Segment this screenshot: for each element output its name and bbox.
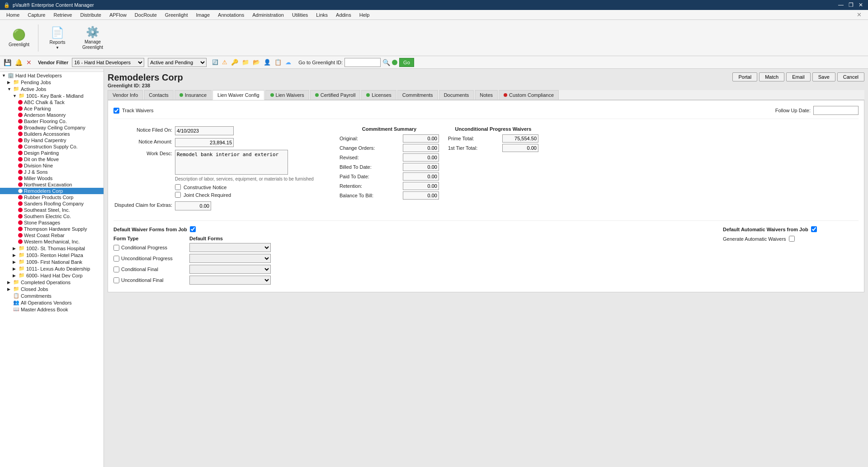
save-icon-btn[interactable]: 💾 bbox=[4, 59, 11, 66]
tab-contacts[interactable]: Contacts bbox=[144, 90, 173, 100]
tree-builders-accessories[interactable]: Builders Accessories bbox=[0, 131, 104, 137]
menu-utilities[interactable]: Utilities bbox=[288, 11, 311, 19]
tree-anderson-masonry[interactable]: Anderson Masonry bbox=[0, 112, 104, 118]
tree-job-6000[interactable]: ▶ 📁 6000- Hard Hat Dev Corp bbox=[0, 272, 104, 279]
menu-annotations[interactable]: Annotations bbox=[214, 11, 248, 19]
uncond-final-checkbox[interactable] bbox=[113, 277, 119, 283]
tab-notes[interactable]: Notes bbox=[475, 90, 498, 100]
tree-jj-sons[interactable]: J J & Sons bbox=[0, 169, 104, 175]
tree-northwest-excavation[interactable]: Northwest Excavation bbox=[0, 181, 104, 188]
notice-amount-input[interactable] bbox=[175, 138, 234, 147]
notice-filed-on-input[interactable] bbox=[175, 126, 234, 135]
tab-vendor-info[interactable]: Vendor Info bbox=[108, 90, 143, 100]
go-button[interactable]: Go bbox=[399, 58, 414, 67]
tree-ace-parking[interactable]: Ace Parking bbox=[0, 105, 104, 112]
tree-closed-jobs[interactable]: ▶ 📁 Closed Jobs bbox=[0, 286, 104, 292]
tree-southeast-steel[interactable]: Southeast Steel, Inc. bbox=[0, 207, 104, 213]
tree-all-ops-vendors[interactable]: 👥 All Operations Vendors bbox=[0, 299, 104, 306]
tree-western-mechanical[interactable]: Western Mechanical, Inc. bbox=[0, 238, 104, 245]
tree-thompson-hardware[interactable]: Thompson Hardware Supply bbox=[0, 226, 104, 232]
tree-dit-on-move[interactable]: Dit on the Move bbox=[0, 156, 104, 162]
tree-division-nine[interactable]: Division Nine bbox=[0, 162, 104, 169]
joint-check-checkbox[interactable] bbox=[175, 192, 181, 198]
tree-rubber-products[interactable]: Rubber Products Corp bbox=[0, 194, 104, 200]
constructive-notice-checkbox[interactable] bbox=[175, 184, 181, 190]
tree-commitments[interactable]: 📋 Commitments bbox=[0, 292, 104, 299]
tab-documents[interactable]: Documents bbox=[439, 90, 474, 100]
close-btn[interactable]: ✕ bbox=[857, 2, 864, 8]
menu-addins[interactable]: Addins bbox=[332, 11, 355, 19]
commitment-original-input[interactable] bbox=[403, 134, 439, 143]
greenlight-button[interactable]: 🟢 Greenlight bbox=[4, 23, 34, 53]
tree-master-address[interactable]: 📖 Master Address Book bbox=[0, 306, 104, 313]
uncond-progress-checkbox[interactable] bbox=[113, 256, 119, 262]
cond-progress-checkbox[interactable] bbox=[113, 245, 119, 251]
tree-pending-jobs[interactable]: ▶ 📁 Pending Jobs bbox=[0, 79, 104, 86]
tab-custom-compliance[interactable]: Custom Compliance bbox=[499, 90, 559, 100]
tree-abc-chalk[interactable]: ABC Chalk & Tack bbox=[0, 99, 104, 105]
commitment-billed-input[interactable] bbox=[403, 163, 439, 171]
tree-job-1009[interactable]: ▶ 📁 1009- First National Bank bbox=[0, 258, 104, 265]
menu-capture[interactable]: Capture bbox=[24, 11, 49, 19]
tab-certified-payroll[interactable]: Certified Payroll bbox=[310, 90, 361, 100]
tab-commitments[interactable]: Commitments bbox=[397, 90, 438, 100]
reports-button[interactable]: 📄 Reports ▼ bbox=[42, 23, 73, 53]
menu-greenlight[interactable]: Greenlight bbox=[161, 11, 192, 19]
waiver-forms-checkbox[interactable] bbox=[190, 226, 196, 232]
tree-job-1001[interactable]: ▼ 📁 1001- Key Bank - Midland bbox=[0, 92, 104, 99]
tab-insurance[interactable]: Insurance bbox=[175, 90, 212, 100]
menu-apflow[interactable]: APFlow bbox=[106, 11, 130, 19]
tree-job-1002[interactable]: ▶ 📁 1002- St. Thomas Hospital bbox=[0, 245, 104, 252]
cancel-button[interactable]: Cancel bbox=[837, 72, 864, 81]
tree-by-hand[interactable]: By Hand Carpentry bbox=[0, 137, 104, 143]
close-icon-btn[interactable]: ✕ bbox=[26, 59, 32, 66]
cond-final-select[interactable] bbox=[189, 265, 271, 274]
tree-construction-supply[interactable]: Construction Supply Co. bbox=[0, 143, 104, 150]
tab-lien-waivers[interactable]: Lien Waivers bbox=[265, 90, 309, 100]
match-button[interactable]: Match bbox=[759, 72, 784, 81]
tree-west-coast-rebar[interactable]: West Coast Rebar bbox=[0, 232, 104, 238]
commitment-balance-input[interactable] bbox=[403, 191, 439, 200]
commitment-retention-input[interactable] bbox=[403, 182, 439, 190]
alert-icon-btn[interactable]: 🔔 bbox=[15, 59, 23, 66]
follow-up-date-input[interactable] bbox=[813, 106, 859, 115]
menu-administration[interactable]: Administration bbox=[249, 11, 288, 19]
portal-button[interactable]: Portal bbox=[732, 72, 757, 81]
corner-close[interactable]: ✕ bbox=[853, 10, 865, 19]
auto-waivers-checkbox[interactable] bbox=[811, 226, 817, 232]
tab-lien-waiver-config[interactable]: Lien Waiver Config bbox=[212, 90, 264, 100]
tree-design-painting[interactable]: Design Painting bbox=[0, 150, 104, 156]
status-select[interactable]: 16 - Hard Hat Developers bbox=[72, 58, 144, 67]
commitment-change-orders-input[interactable] bbox=[403, 144, 439, 152]
tree-baxter-flooring[interactable]: Baxter Flooring Co. bbox=[0, 118, 104, 124]
restore-btn[interactable]: ❐ bbox=[847, 2, 854, 8]
save-button[interactable]: Save bbox=[812, 72, 835, 81]
window-controls[interactable]: — ❐ ✕ bbox=[837, 2, 864, 8]
go-input[interactable] bbox=[344, 58, 381, 67]
menu-docroute[interactable]: DocRoute bbox=[131, 11, 160, 19]
menu-retrieve[interactable]: Retrieve bbox=[50, 11, 75, 19]
tree-job-1003[interactable]: ▶ 📁 1003- Renton Hotel Plaza bbox=[0, 252, 104, 258]
manage-greenlight-button[interactable]: ⚙️ ManageGreenlight bbox=[75, 23, 111, 53]
prime-total-input[interactable] bbox=[502, 134, 538, 143]
track-waivers-checkbox[interactable] bbox=[113, 108, 119, 114]
menu-distribute[interactable]: Distribute bbox=[76, 11, 104, 19]
tree-active-jobs[interactable]: ▼ 📁 Active Jobs bbox=[0, 86, 104, 92]
tree-broadway-ceiling[interactable]: Broadway Ceiling Company bbox=[0, 124, 104, 131]
tab-licenses[interactable]: Licenses bbox=[361, 90, 396, 100]
work-desc-input[interactable]: Remodel bank interior and exterior bbox=[175, 150, 288, 175]
menu-home[interactable]: Home bbox=[3, 11, 23, 19]
tree-sanders-roofing[interactable]: Sanders Roofing Company bbox=[0, 200, 104, 207]
tree-root[interactable]: ▼ 🏢 Hard Hat Developers bbox=[0, 72, 104, 79]
menu-image[interactable]: Image bbox=[193, 11, 214, 19]
cond-final-checkbox[interactable] bbox=[113, 267, 119, 272]
uncond-final-select[interactable] bbox=[189, 276, 271, 285]
tree-job-1011[interactable]: ▶ 📁 1011- Lexus Auto Dealership bbox=[0, 265, 104, 272]
email-button[interactable]: Email bbox=[786, 72, 811, 81]
uncond-progress-select[interactable] bbox=[189, 254, 271, 263]
disputed-claim-input[interactable] bbox=[175, 201, 211, 210]
tree-miller-woods[interactable]: Miller Woods bbox=[0, 175, 104, 181]
tree-stone-passages[interactable]: Stone Passages bbox=[0, 219, 104, 226]
icon-refresh[interactable]: 🔄 bbox=[212, 59, 218, 65]
tree-completed-ops[interactable]: ▶ 📁 Completed Operations bbox=[0, 279, 104, 286]
